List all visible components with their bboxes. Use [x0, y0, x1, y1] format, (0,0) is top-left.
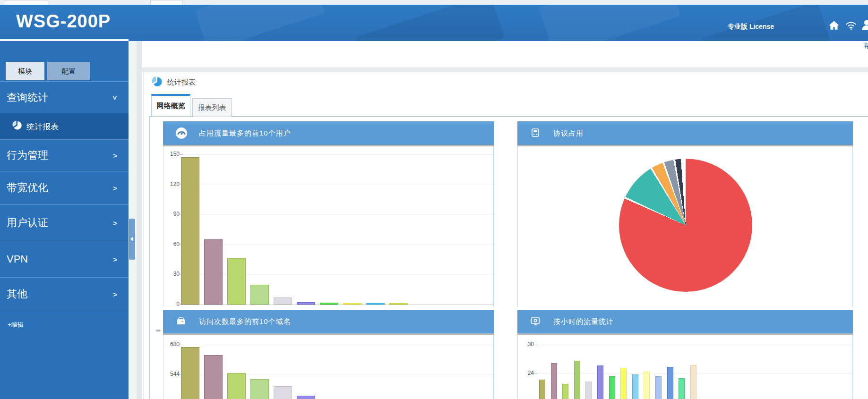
- bar: [181, 347, 199, 399]
- card-edge: [143, 72, 144, 399]
- bar: [227, 373, 246, 399]
- bar: [551, 363, 557, 399]
- gridline: [184, 214, 493, 215]
- bar: [389, 303, 408, 305]
- chevron-right-icon: >: [113, 151, 117, 159]
- chart-plot: 1501209060300: [163, 146, 494, 307]
- browser-tab-fragment: [150, 0, 182, 5]
- sidebar-item-query-stats[interactable]: 查询统计 >: [0, 81, 129, 114]
- chart-title: 按小时的流量统计: [553, 317, 614, 326]
- gridline: [184, 185, 493, 185]
- sidebar-item-auth[interactable]: 用户认证 >: [0, 204, 129, 241]
- edit-link[interactable]: +编辑: [8, 321, 24, 329]
- wifi-icon[interactable]: [845, 19, 857, 32]
- home-icon[interactable]: [828, 19, 840, 32]
- product-logo: WSG-200P: [16, 11, 111, 32]
- bar: [667, 367, 673, 399]
- keyboard-texture: [539, 5, 680, 41]
- robot-icon: [530, 127, 541, 140]
- gridline: [184, 245, 493, 245]
- chart-top-users: 占用流量最多的前10个用户 1501209060300: [163, 121, 494, 307]
- chevron-right-icon: >: [113, 255, 117, 263]
- tick-mark: [534, 374, 538, 374]
- bar: [320, 303, 338, 305]
- sidebar-tab-modules[interactable]: 模块: [6, 62, 44, 80]
- chart-header: 按小时的流量统计: [517, 310, 853, 335]
- tick-label: 150: [165, 151, 180, 157]
- license-label: 专业版 License: [728, 23, 774, 31]
- monitor-icon: [530, 315, 541, 329]
- bar: [274, 297, 292, 305]
- sidebar-item-stats-report[interactable]: 统计报表: [0, 113, 129, 140]
- chart-title: 访问次数最多的前10个域名: [199, 317, 291, 326]
- bar: [632, 374, 638, 399]
- chart-plot: [517, 146, 853, 307]
- keyboard-texture: [355, 5, 505, 41]
- gauge-icon: [175, 127, 188, 141]
- gridline: [184, 345, 493, 345]
- bar: [366, 303, 385, 305]
- sidebar-item-bandwidth[interactable]: 带宽优化 >: [0, 171, 129, 205]
- tabstrip-border: [149, 116, 868, 117]
- keyboard-texture: [195, 5, 325, 41]
- sidebar-item-label: 用户认证: [7, 216, 48, 230]
- chart-hourly: 按小时的流量统计 3024: [517, 310, 853, 399]
- page-title: 统计报表: [167, 78, 196, 87]
- sidebar-item-label: VPN: [7, 253, 28, 265]
- sidebar-item-label: 带宽优化: [7, 181, 48, 195]
- pie-chart-icon: [150, 76, 165, 89]
- chevron-right-icon: >: [113, 219, 117, 227]
- app-root: WSG-200P 专业版 License 模块 配置 查询统计 >: [0, 0, 868, 399]
- splitter-dash: [156, 330, 161, 331]
- chart-header: 访问次数最多的前10个域名: [163, 310, 494, 335]
- content-top-strip: [141, 68, 868, 72]
- sidebar-collapse-handle[interactable]: [129, 219, 135, 260]
- chart-header: 协议占用: [517, 121, 853, 146]
- sidebar-item-label: 查询统计: [7, 91, 48, 105]
- bar: [297, 302, 315, 305]
- bar: [181, 157, 199, 305]
- app-header: WSG-200P 专业版 License: [0, 5, 868, 41]
- user-icon[interactable]: [860, 18, 868, 31]
- tick-mark: [534, 345, 538, 345]
- bar: [655, 376, 662, 399]
- chevron-right-icon: >: [113, 184, 117, 192]
- tick-label: 30: [165, 271, 180, 277]
- protocol-pie: [619, 159, 752, 292]
- chevron-down-icon: >: [111, 96, 119, 100]
- sidebar: 模块 配置 查询统计 > 统计报表 行为管理 > 带宽优化 > 用户认证 >: [0, 41, 129, 399]
- bar: [574, 361, 580, 399]
- sidebar-item-label: 行为管理: [7, 148, 48, 162]
- tab-report-list[interactable]: 报表列表: [192, 98, 232, 117]
- tab-network-overview[interactable]: 网络概览: [151, 94, 190, 117]
- sidebar-item-label: 统计报表: [26, 121, 59, 132]
- bar: [297, 396, 315, 399]
- tick-label: 24: [520, 370, 534, 376]
- panel-border: [149, 116, 150, 399]
- chart-title: 协议占用: [553, 129, 584, 138]
- chart-plot: 3024: [517, 335, 853, 399]
- bar: [343, 303, 361, 305]
- bar: [274, 386, 292, 399]
- bar: [204, 239, 223, 305]
- tick-mark: [180, 345, 183, 345]
- bar: [250, 285, 269, 305]
- tick-label: 60: [165, 241, 180, 247]
- sidebar-item-behavior[interactable]: 行为管理 >: [0, 139, 129, 171]
- gridline: [184, 305, 493, 305]
- sidebar-item-vpn[interactable]: VPN >: [0, 241, 129, 278]
- tick-mark: [180, 154, 183, 155]
- scroll-strip[interactable]: [137, 41, 142, 399]
- sidebar-tab-config[interactable]: 配置: [47, 62, 90, 80]
- tick-label: 90: [165, 211, 180, 217]
- bar: [539, 380, 545, 399]
- gridline: [539, 345, 852, 345]
- chevron-right-icon: >: [113, 290, 117, 298]
- sidebar-item-other[interactable]: 其他 >: [0, 277, 129, 311]
- chart-protocol: 协议占用: [517, 121, 853, 307]
- clipped-help-link[interactable]: 帮: [864, 42, 868, 51]
- tick-label: 120: [165, 181, 180, 187]
- collapse-arrow-icon: [130, 237, 133, 241]
- bar: [620, 368, 627, 399]
- chart-plot: 680544: [163, 335, 494, 399]
